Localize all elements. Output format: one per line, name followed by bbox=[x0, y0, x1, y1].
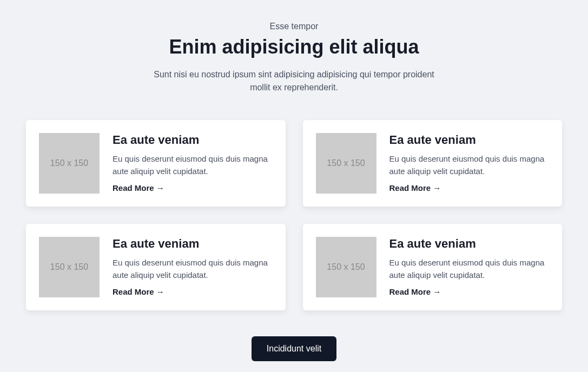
feature-card: 150 x 150 Ea aute veniam Eu quis deserun… bbox=[26, 120, 286, 207]
card-content: Ea aute veniam Eu quis deserunt eiusmod … bbox=[113, 133, 273, 193]
card-content: Ea aute veniam Eu quis deserunt eiusmod … bbox=[113, 237, 273, 297]
card-image-placeholder: 150 x 150 bbox=[316, 133, 376, 194]
feature-card: 150 x 150 Ea aute veniam Eu quis deserun… bbox=[26, 224, 286, 310]
card-content: Ea aute veniam Eu quis deserunt eiusmod … bbox=[389, 133, 550, 193]
header-pretitle: Esse tempor bbox=[26, 22, 562, 31]
read-more-link[interactable]: Read More → bbox=[389, 183, 441, 192]
card-image-placeholder: 150 x 150 bbox=[316, 237, 376, 297]
card-title: Ea aute veniam bbox=[113, 133, 273, 147]
card-image-placeholder: 150 x 150 bbox=[39, 133, 100, 194]
card-description: Eu quis deserunt eiusmod quis duis magna… bbox=[113, 152, 273, 178]
page-footer: Incididunt velit bbox=[26, 336, 562, 361]
card-title: Ea aute veniam bbox=[113, 237, 273, 251]
card-description: Eu quis deserunt eiusmod quis duis magna… bbox=[113, 256, 273, 282]
card-image-placeholder: 150 x 150 bbox=[39, 237, 100, 297]
header-subtitle: Sunt nisi eu nostrud ipsum sint adipisic… bbox=[143, 68, 446, 94]
read-more-link[interactable]: Read More → bbox=[113, 287, 164, 296]
card-title: Ea aute veniam bbox=[389, 237, 550, 251]
card-description: Eu quis deserunt eiusmod quis duis magna… bbox=[389, 152, 550, 178]
card-grid: 150 x 150 Ea aute veniam Eu quis deserun… bbox=[26, 120, 562, 310]
page-title: Enim adipisicing elit aliqua bbox=[26, 36, 562, 58]
feature-card: 150 x 150 Ea aute veniam Eu quis deserun… bbox=[303, 224, 563, 310]
read-more-link[interactable]: Read More → bbox=[113, 183, 164, 192]
read-more-link[interactable]: Read More → bbox=[389, 287, 441, 296]
card-description: Eu quis deserunt eiusmod quis duis magna… bbox=[389, 256, 550, 282]
page-header: Esse tempor Enim adipisicing elit aliqua… bbox=[26, 22, 562, 94]
card-title: Ea aute veniam bbox=[389, 133, 550, 147]
cta-button[interactable]: Incididunt velit bbox=[252, 336, 336, 361]
feature-card: 150 x 150 Ea aute veniam Eu quis deserun… bbox=[303, 120, 563, 207]
card-content: Ea aute veniam Eu quis deserunt eiusmod … bbox=[389, 237, 550, 297]
